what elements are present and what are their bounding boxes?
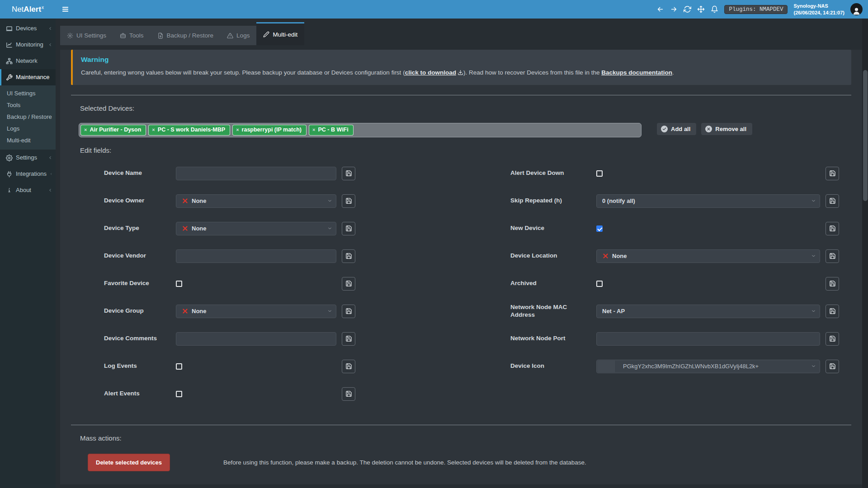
save-archived-button[interactable] <box>826 277 839 291</box>
red-x-icon <box>182 225 189 232</box>
sidebar-item-integrations[interactable]: Integrations <box>0 166 56 182</box>
vertical-scrollbar[interactable] <box>862 19 868 488</box>
device-type-select[interactable]: None <box>176 222 336 235</box>
save-device-location-button[interactable] <box>826 249 839 263</box>
network-node-mac-address-select[interactable]: Net - AP <box>596 305 820 318</box>
save-network-node-mac-address-button[interactable] <box>826 305 839 318</box>
save-alert-device-down-button[interactable] <box>826 167 839 180</box>
save-icon <box>829 253 836 259</box>
save-icon <box>829 308 836 314</box>
sidebar-item-label: Monitoring <box>16 41 43 48</box>
save-alert-events-button[interactable] <box>342 387 355 401</box>
network-node-port-input[interactable] <box>596 332 820 346</box>
download-backup-link[interactable]: click to download <box>405 69 463 76</box>
add-all-button[interactable]: Add all <box>657 123 696 135</box>
refresh-icon[interactable] <box>684 5 691 13</box>
remove-tag-icon[interactable]: × <box>236 127 239 132</box>
field-label: Device Location <box>510 252 596 260</box>
submenu-item-backup-restore[interactable]: Backup / Restore <box>0 111 56 123</box>
avatar[interactable] <box>850 3 863 15</box>
tab-logs[interactable]: Logs <box>220 26 256 45</box>
gears-icon <box>67 33 73 39</box>
sidebar-item-settings[interactable]: Settings <box>0 150 56 166</box>
favorite-device-checkbox[interactable] <box>176 281 182 287</box>
form-row-device-icon: Device IconPGkgY2xhc3M9ImZhIGZhLWNvbXB1d… <box>510 360 839 373</box>
warning-title: Warning <box>81 56 843 64</box>
field-area: 0 (notify all) <box>596 194 820 208</box>
alert-device-down-checkbox[interactable] <box>596 170 603 177</box>
save-favorite-device-button[interactable] <box>342 277 355 291</box>
bell-icon[interactable] <box>711 5 718 13</box>
device-group-select[interactable]: None <box>176 305 336 318</box>
main-content: UI SettingsToolsBackup / RestoreLogsMult… <box>56 0 868 484</box>
submenu-item-logs[interactable]: Logs <box>0 123 56 135</box>
remove-tag-icon[interactable]: × <box>152 127 155 132</box>
sidebar-item-about[interactable]: About <box>0 182 56 198</box>
field-label: Alert Events <box>104 390 176 398</box>
field-area <box>596 281 820 287</box>
app-logo[interactable]: NetAlertx <box>0 0 56 19</box>
remove-tag-icon[interactable]: × <box>312 127 315 132</box>
tab-label: Backup / Restore <box>167 32 214 39</box>
save-log-events-button[interactable] <box>342 360 355 373</box>
submenu-item-multi-edit[interactable]: Multi-edit <box>0 135 56 146</box>
save-network-node-port-button[interactable] <box>826 332 839 346</box>
device-location-select[interactable]: None <box>596 249 820 263</box>
save-skip-repeated-h-button[interactable] <box>826 194 839 208</box>
field-label: Alert Device Down <box>510 169 596 177</box>
save-device-owner-button[interactable] <box>342 194 355 208</box>
save-new-device-button[interactable] <box>826 222 839 235</box>
alert-events-checkbox[interactable] <box>176 391 182 397</box>
remove-tag-icon[interactable]: × <box>84 127 87 132</box>
save-device-group-button[interactable] <box>342 305 355 318</box>
field-area: None <box>596 249 820 263</box>
field-area: PGkgY2xhc3M9ImZhIGZhLWNvbXB1dGVyIj48L2k+ <box>596 360 820 373</box>
save-device-icon-button[interactable] <box>826 360 839 373</box>
form-row-network-node-mac-address: Network Node MAC AddressNet - AP <box>510 305 839 318</box>
section-divider <box>71 425 851 425</box>
save-device-vendor-button[interactable] <box>342 249 355 263</box>
sidebar-item-monitoring[interactable]: Monitoring <box>0 37 56 53</box>
log-events-checkbox[interactable] <box>176 363 182 370</box>
backups-documentation-link[interactable]: Backups documentation <box>601 69 672 76</box>
plugins-badge[interactable]: Plugins: NMAPDEV <box>724 5 788 14</box>
toolbox-icon <box>120 33 126 39</box>
tab-backup-restore[interactable]: Backup / Restore <box>151 26 221 45</box>
pencil-icon <box>263 31 269 38</box>
device-owner-select[interactable]: None <box>176 194 336 208</box>
sidebar-toggle-button[interactable] <box>56 0 75 19</box>
submenu-item-tools[interactable]: Tools <box>0 99 56 111</box>
tab-label: UI Settings <box>76 32 106 39</box>
back-arrow-icon[interactable] <box>656 5 664 13</box>
move-icon[interactable] <box>697 5 705 13</box>
skip-repeated-h-select[interactable]: 0 (notify all) <box>596 194 820 208</box>
warning-text-part: ). Read how to recover Devices from this… <box>463 69 601 76</box>
tab-ui-settings[interactable]: UI Settings <box>60 26 113 45</box>
sidebar-item-maintenance[interactable]: Maintenance <box>0 69 56 85</box>
tab-multi-edit[interactable]: Multi-edit <box>256 22 304 45</box>
device-comments-input[interactable] <box>176 332 336 346</box>
submenu-item-ui-settings[interactable]: UI Settings <box>0 88 56 99</box>
save-device-comments-button[interactable] <box>342 332 355 346</box>
save-device-type-button[interactable] <box>342 222 355 235</box>
selected-devices-heading: Selected Devices: <box>80 104 851 112</box>
delete-selected-devices-button[interactable]: Delete selected devices <box>88 454 170 471</box>
save-icon <box>345 197 352 204</box>
tab-tools[interactable]: Tools <box>113 26 151 45</box>
field-label: Device Name <box>104 169 176 177</box>
device-name-input[interactable] <box>176 167 336 180</box>
form-row-log-events: Log Events <box>104 360 388 373</box>
device-icon-select[interactable]: PGkgY2xhc3M9ImZhIGZhLWNvbXB1dGVyIj48L2k+ <box>596 360 820 373</box>
forward-arrow-icon[interactable] <box>670 5 678 13</box>
device-vendor-input[interactable] <box>176 249 336 263</box>
host-timestamp: (26/06/2024, 14:21:07) <box>793 9 844 16</box>
sidebar-item-devices[interactable]: Devices <box>0 20 56 37</box>
scrollbar-thumb[interactable] <box>863 70 868 201</box>
selected-devices-box[interactable]: ×Air Purifier - Dyson×PC - S work Daniel… <box>79 123 642 137</box>
archived-checkbox[interactable] <box>596 281 603 287</box>
remove-all-button[interactable]: Remove all <box>701 123 752 135</box>
laptop-icon <box>6 25 13 32</box>
new-device-checkbox[interactable] <box>596 225 603 232</box>
sidebar-item-network[interactable]: Network <box>0 53 56 69</box>
save-device-name-button[interactable] <box>342 167 355 180</box>
